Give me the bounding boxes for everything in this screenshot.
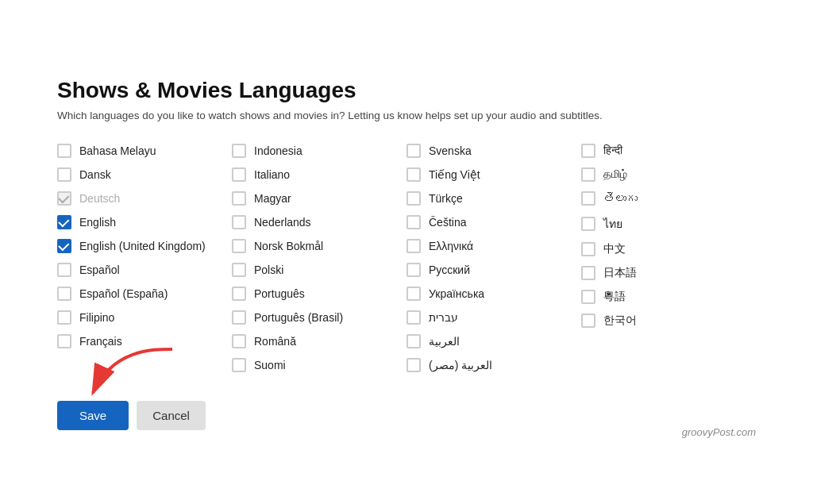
language-label: 粵語 xyxy=(603,290,626,304)
language-checkbox[interactable] xyxy=(232,310,246,325)
language-checkbox[interactable] xyxy=(232,263,246,277)
language-column-0: Bahasa MelayuDanskDeutschEnglishEnglish … xyxy=(57,139,232,377)
language-checkbox[interactable] xyxy=(581,167,595,182)
language-checkbox[interactable] xyxy=(406,287,421,301)
language-checkbox[interactable] xyxy=(57,287,71,301)
language-item[interactable]: Español (España) xyxy=(57,282,232,306)
language-checkbox[interactable] xyxy=(406,239,421,253)
language-checkbox[interactable] xyxy=(581,191,595,206)
language-item[interactable]: Čeština xyxy=(406,210,581,234)
language-checkbox[interactable] xyxy=(232,144,246,158)
language-checkbox[interactable] xyxy=(406,191,421,206)
language-checkbox[interactable] xyxy=(57,263,71,277)
language-item[interactable]: Svenska xyxy=(406,139,581,163)
language-label: Suomi xyxy=(254,359,286,371)
language-item[interactable]: العربية xyxy=(406,329,581,353)
language-item[interactable]: Suomi xyxy=(232,353,406,377)
language-item[interactable]: Українська xyxy=(406,282,581,306)
dialog: Shows & Movies Languages Which languages… xyxy=(25,49,788,456)
language-label: Ελληνικά xyxy=(429,240,473,252)
language-label: Magyar xyxy=(254,192,291,205)
language-checkbox[interactable] xyxy=(406,167,421,182)
language-checkbox[interactable] xyxy=(581,314,595,328)
language-checkbox[interactable] xyxy=(232,287,246,301)
language-checkbox[interactable] xyxy=(581,290,595,304)
language-checkbox[interactable] xyxy=(57,191,71,206)
language-label: 日本語 xyxy=(603,266,637,280)
language-item[interactable]: Indonesia xyxy=(232,139,406,163)
language-checkbox[interactable] xyxy=(57,334,71,348)
language-label: العربية (مصر) xyxy=(429,359,492,371)
language-item[interactable]: Português (Brasil) xyxy=(232,306,406,329)
language-item[interactable]: עברית xyxy=(406,306,581,329)
watermark: groovyPost.com xyxy=(682,426,756,438)
language-item[interactable]: Magyar xyxy=(232,187,406,210)
language-item[interactable]: Português xyxy=(232,282,406,306)
language-checkbox[interactable] xyxy=(57,310,71,325)
language-item[interactable]: తెలుగు xyxy=(581,187,756,210)
language-checkbox[interactable] xyxy=(232,215,246,229)
language-item[interactable]: தமிழ் xyxy=(581,163,756,187)
language-label: 한국어 xyxy=(603,314,637,328)
language-column-3: हिन्दीதமிழ்తెలుగుไทย中文日本語粵語한국어 xyxy=(581,139,756,377)
language-item[interactable]: 中文 xyxy=(581,237,756,261)
language-label: Nederlands xyxy=(254,216,311,229)
language-checkbox[interactable] xyxy=(232,358,246,372)
language-checkbox[interactable] xyxy=(581,266,595,280)
language-item[interactable]: Dansk xyxy=(57,163,232,187)
language-label: Indonesia xyxy=(254,144,302,157)
language-checkbox[interactable] xyxy=(232,191,246,206)
language-item[interactable]: हिन्दी xyxy=(581,139,756,163)
language-item[interactable]: Norsk Bokmål xyxy=(232,234,406,258)
language-item[interactable]: Română xyxy=(232,329,406,353)
language-item[interactable]: Tiếng Việt xyxy=(406,163,581,187)
language-checkbox[interactable] xyxy=(406,334,421,348)
language-checkbox[interactable] xyxy=(406,310,421,325)
language-item[interactable]: Bahasa Melayu xyxy=(57,139,232,163)
language-label: 中文 xyxy=(603,242,626,256)
language-item[interactable]: Español xyxy=(57,258,232,282)
language-checkbox[interactable] xyxy=(406,215,421,229)
language-item[interactable]: 日本語 xyxy=(581,261,756,285)
language-item[interactable]: Filipino xyxy=(57,306,232,329)
save-button[interactable]: Save xyxy=(57,401,129,430)
cancel-button[interactable]: Cancel xyxy=(137,401,206,430)
language-checkbox[interactable] xyxy=(581,144,595,158)
language-checkbox[interactable] xyxy=(232,167,246,182)
language-item[interactable]: Русский xyxy=(406,258,581,282)
language-label: Português (Brasil) xyxy=(254,311,343,324)
language-checkbox[interactable] xyxy=(57,167,71,182)
language-checkbox[interactable] xyxy=(406,263,421,277)
language-item[interactable]: Nederlands xyxy=(232,210,406,234)
language-label: தமிழ் xyxy=(603,167,627,181)
language-item[interactable]: English xyxy=(57,210,232,234)
language-checkbox[interactable] xyxy=(232,334,246,348)
language-item[interactable]: Ελληνικά xyxy=(406,234,581,258)
language-item[interactable]: ไทย xyxy=(581,210,756,237)
language-label: Polski xyxy=(254,264,283,276)
language-checkbox[interactable] xyxy=(57,144,71,158)
language-checkbox[interactable] xyxy=(57,215,71,229)
language-item[interactable]: Deutsch xyxy=(57,187,232,210)
language-item[interactable]: 한국어 xyxy=(581,309,756,333)
language-checkbox[interactable] xyxy=(232,239,246,253)
language-item[interactable]: Türkçe xyxy=(406,187,581,210)
language-label: Svenska xyxy=(429,144,472,157)
language-label: Français xyxy=(79,335,122,348)
language-item[interactable]: العربية (مصر) xyxy=(406,353,581,377)
language-label: Русский xyxy=(429,264,470,276)
language-checkbox[interactable] xyxy=(406,358,421,372)
language-item[interactable]: Italiano xyxy=(232,163,406,187)
language-checkbox[interactable] xyxy=(581,217,595,231)
language-item[interactable]: Français xyxy=(57,329,232,353)
language-label: తెలుగు xyxy=(603,192,638,205)
language-item[interactable]: 粵語 xyxy=(581,285,756,309)
language-label: Tiếng Việt xyxy=(429,168,480,181)
language-checkbox[interactable] xyxy=(581,242,595,256)
language-label: Dansk xyxy=(79,168,111,181)
language-checkbox[interactable] xyxy=(406,144,421,158)
language-checkbox[interactable] xyxy=(57,239,71,253)
language-item[interactable]: Polski xyxy=(232,258,406,282)
language-item[interactable]: English (United Kingdom) xyxy=(57,234,232,258)
language-label: Türkçe xyxy=(429,192,463,205)
